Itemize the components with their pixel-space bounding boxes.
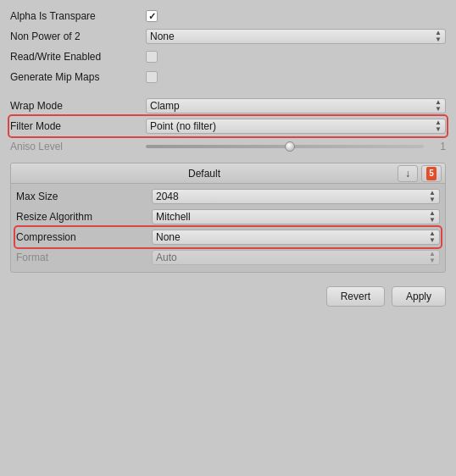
wrap-mode-arrows: ▲▼	[435, 99, 442, 113]
filter-mode-label: Filter Mode	[10, 120, 146, 132]
wrap-mode-value: Clamp	[150, 100, 431, 112]
filter-mode-row: Filter Mode Point (no filter) ▲▼	[10, 117, 446, 136]
aniso-slider-track[interactable]	[146, 145, 424, 148]
read-write-checkbox[interactable]	[146, 51, 158, 63]
max-size-row: Max Size 2048 ▲▼	[16, 187, 440, 206]
compression-value: None	[156, 231, 425, 243]
resize-algo-label: Resize Algorithm	[16, 211, 152, 223]
alpha-transparent-checkbox[interactable]	[146, 10, 158, 22]
format-row: Format Auto ▲▼	[16, 248, 440, 267]
aniso-value: 1	[429, 141, 446, 152]
non-power-row: Non Power of 2 None ▲▼	[10, 27, 446, 46]
download-button[interactable]: ↓	[398, 165, 418, 182]
compression-arrows: ▲▼	[429, 230, 436, 244]
filter-mode-arrows: ▲▼	[435, 119, 442, 133]
filter-mode-value: Point (no filter)	[150, 120, 431, 132]
generate-mip-checkbox[interactable]	[146, 71, 158, 83]
non-power-label: Non Power of 2	[10, 30, 146, 42]
format-select[interactable]: Auto ▲▼	[152, 250, 440, 265]
revert-button[interactable]: Revert	[326, 286, 385, 307]
max-size-label: Max Size	[16, 191, 152, 202]
resize-algo-control: Mitchell ▲▼	[152, 209, 440, 224]
download-icon: ↓	[405, 168, 410, 180]
alpha-transparent-control	[146, 10, 446, 22]
compression-label: Compression	[16, 231, 152, 243]
wrap-mode-label: Wrap Mode	[10, 100, 146, 112]
footer: Revert Apply	[0, 280, 456, 313]
resize-algo-row: Resize Algorithm Mitchell ▲▼	[16, 208, 440, 226]
format-control: Auto ▲▼	[152, 250, 440, 265]
wrap-mode-row: Wrap Mode Clamp ▲▼	[10, 97, 446, 115]
html5-button[interactable]: 5	[421, 165, 442, 182]
filter-mode-control: Point (no filter) ▲▼	[146, 119, 446, 134]
alpha-transparent-label: Alpha Is Transpare	[10, 10, 146, 22]
max-size-value: 2048	[156, 191, 425, 202]
generate-mip-label: Generate Mip Maps	[10, 71, 146, 83]
aniso-level-label: Aniso Level	[10, 141, 146, 152]
resize-algo-select[interactable]: Mitchell ▲▼	[152, 209, 440, 224]
resize-algo-value: Mitchell	[156, 211, 425, 223]
filter-mode-select[interactable]: Point (no filter) ▲▼	[146, 119, 446, 134]
non-power-select[interactable]: None ▲▼	[146, 29, 446, 44]
compression-row: Compression None ▲▼	[16, 228, 440, 246]
platform-section: Default ↓ 5 Max Size 2048 ▲▼	[10, 163, 446, 273]
apply-button[interactable]: Apply	[392, 286, 446, 307]
alpha-transparent-row: Alpha Is Transpare	[10, 7, 446, 25]
platform-header-label: Default	[14, 168, 394, 180]
read-write-label: Read/Write Enabled	[10, 51, 146, 63]
generate-mip-row: Generate Mip Maps	[10, 68, 446, 86]
format-arrows: ▲▼	[429, 251, 436, 264]
html5-icon: 5	[426, 167, 437, 180]
wrap-mode-control: Clamp ▲▼	[146, 98, 446, 113]
non-power-arrows: ▲▼	[435, 30, 442, 43]
generate-mip-control	[146, 71, 446, 83]
non-power-value: None	[150, 30, 431, 42]
read-write-control	[146, 51, 446, 63]
compression-control: None ▲▼	[152, 230, 440, 245]
platform-body: Max Size 2048 ▲▼ Resize Algorithm Mitche…	[11, 184, 445, 272]
format-label: Format	[16, 252, 152, 263]
resize-algo-arrows: ▲▼	[429, 210, 436, 224]
aniso-level-row: Aniso Level 1	[10, 137, 446, 156]
format-value: Auto	[156, 252, 425, 263]
wrap-mode-select[interactable]: Clamp ▲▼	[146, 98, 446, 113]
aniso-slider-thumb[interactable]	[285, 141, 295, 152]
compression-select[interactable]: None ▲▼	[152, 230, 440, 245]
read-write-row: Read/Write Enabled	[10, 47, 446, 66]
separator-1	[10, 88, 446, 97]
aniso-level-control: 1	[146, 141, 446, 152]
non-power-control: None ▲▼	[146, 29, 446, 44]
max-size-control: 2048 ▲▼	[152, 189, 440, 204]
max-size-select[interactable]: 2048 ▲▼	[152, 189, 440, 204]
max-size-arrows: ▲▼	[429, 190, 436, 203]
platform-header: Default ↓ 5	[11, 163, 445, 184]
